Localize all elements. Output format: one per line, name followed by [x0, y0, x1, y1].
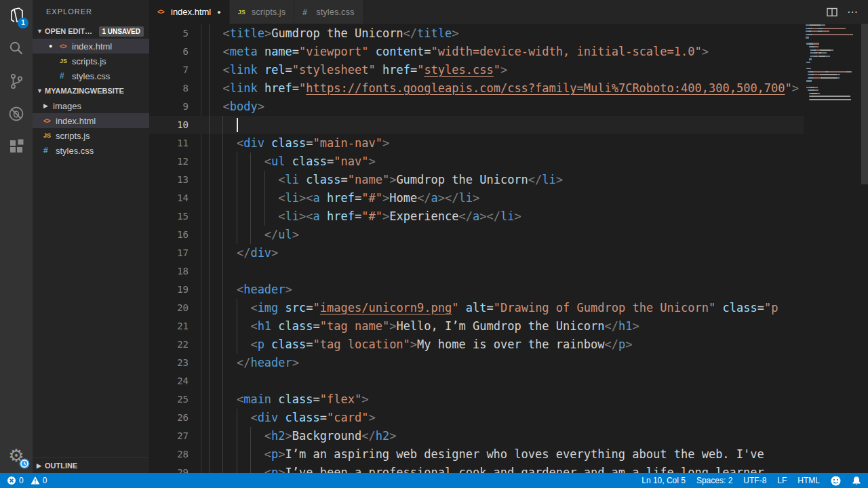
- tab-index.html[interactable]: <>index.html●: [149, 0, 229, 24]
- explorer-activity-button[interactable]: 1: [0, 0, 33, 33]
- code-token: =: [306, 338, 313, 351]
- status-ln-10-col-5[interactable]: Ln 10, Col 5: [642, 476, 686, 485]
- code-line-18[interactable]: 18: [149, 262, 804, 281]
- code-line-6[interactable]: 6<meta name="viewport" content="width=de…: [149, 43, 804, 61]
- code-line-26[interactable]: 26<div class="card">: [149, 409, 804, 427]
- minimap-token: [822, 30, 828, 32]
- status-spaces-2[interactable]: Spaces: 2: [696, 476, 732, 485]
- warning-count: 0: [43, 476, 47, 485]
- code-line-24[interactable]: 24: [149, 372, 804, 390]
- source-control-activity-button[interactable]: [0, 65, 33, 98]
- code-line-16[interactable]: 16</ul>: [149, 226, 804, 244]
- feedback-smiley-icon[interactable]: [831, 476, 841, 486]
- workspace-folder-header[interactable]: ▼ MYAMAZINGWEBSITE: [33, 83, 149, 98]
- file-scripts.js[interactable]: JSscripts.js: [33, 128, 149, 143]
- status-lf[interactable]: LF: [777, 476, 787, 485]
- file-styles.css[interactable]: #styles.css: [33, 143, 149, 158]
- code-line-11[interactable]: 11<div class="main-nav">: [149, 134, 804, 152]
- code-token: src: [278, 301, 306, 314]
- code-token: div: [243, 136, 264, 150]
- code-line-12[interactable]: 12<ul class="nav">: [149, 152, 804, 171]
- outline-section-header[interactable]: ▶ OUTLINE: [33, 458, 149, 473]
- tab-scripts.js[interactable]: JSscripts.js: [230, 0, 294, 24]
- indent-guide: [250, 464, 251, 473]
- line-content: <ul class="nav">: [209, 152, 804, 171]
- code-token: h1: [258, 319, 271, 333]
- code-line-10[interactable]: 10: [149, 116, 804, 134]
- code-token: rel: [258, 63, 285, 77]
- extensions-activity-button[interactable]: [0, 130, 33, 163]
- line-content: <link href="https://fonts.googleapis.com…: [209, 79, 804, 98]
- line-content: <img src="images/unicorn9.png" alt="Draw…: [209, 299, 804, 317]
- minimap[interactable]: [804, 24, 860, 102]
- code-line-13[interactable]: 13<li class="name">Gumdrop the Unicorn</…: [149, 171, 804, 189]
- indent-guide: [250, 171, 251, 189]
- code-token: class: [271, 319, 313, 333]
- code-token: h2: [271, 429, 285, 443]
- minimap-line: [806, 80, 860, 81]
- code-line-19[interactable]: 19<header>: [149, 281, 804, 299]
- code-token: >: [382, 136, 389, 150]
- code-token: >: [264, 26, 271, 40]
- code-line-8[interactable]: 8<link href="https://fonts.googleapis.co…: [149, 79, 804, 98]
- code-line-28[interactable]: 28<p>I’m an aspiring web designer who lo…: [149, 445, 804, 464]
- line-number: 25: [149, 390, 209, 409]
- code-editor[interactable]: 5<title>Gumdrop the Unicorn</title>6<met…: [149, 24, 868, 473]
- file-index.html[interactable]: <>index.html: [33, 113, 149, 128]
- open-editor-scripts.js[interactable]: JSscripts.js: [33, 54, 149, 68]
- css-file-icon: #: [302, 7, 316, 17]
- code-line-22[interactable]: 22<p class="tag location">My home is ove…: [149, 336, 804, 354]
- indent-guide: [222, 372, 223, 390]
- code-line-9[interactable]: 9<body>: [149, 98, 804, 116]
- code-token: <: [250, 319, 257, 333]
- status-utf-8[interactable]: UTF-8: [743, 476, 766, 485]
- settings-button[interactable]: ⚙: [0, 439, 33, 472]
- line-number: 20: [149, 299, 209, 317]
- code-token: Home: [389, 191, 417, 205]
- indent-guide: [209, 189, 210, 207]
- code-line-14[interactable]: 14<li><a href="#">Home</a></li>: [149, 189, 804, 207]
- open-editors-header[interactable]: ▼ OPEN EDITORS 1 UNSAVED: [33, 24, 149, 39]
- search-activity-button[interactable]: [0, 33, 33, 65]
- notifications-bell-icon[interactable]: [852, 476, 861, 486]
- code-token: >: [514, 209, 521, 223]
- open-editor-styles.css[interactable]: #styles.css: [33, 68, 149, 83]
- status-html[interactable]: HTML: [797, 476, 820, 485]
- code-line-25[interactable]: 25<main class="flex">: [149, 390, 804, 409]
- code-token: ": [785, 81, 792, 95]
- code-token: I’m an aspiring web designer who loves e…: [285, 447, 764, 461]
- scrollbar-thumb[interactable]: [861, 24, 868, 184]
- code-token: header: [250, 356, 292, 369]
- code-token: =: [285, 63, 292, 77]
- code-line-21[interactable]: 21<h1 class="tag name">Hello, I’m Gumdro…: [149, 317, 804, 336]
- code-token: "main-nav": [313, 136, 382, 150]
- code-token: link: [230, 63, 258, 77]
- code-token: Background: [292, 429, 361, 443]
- code-line-27[interactable]: 27<h2>Background</h2>: [149, 427, 804, 445]
- minimap-token: [810, 68, 811, 69]
- split-editor-icon[interactable]: [827, 7, 837, 18]
- debug-activity-button[interactable]: [0, 98, 33, 130]
- code-line-7[interactable]: 7<link rel="stylesheet" href="styles.css…: [149, 61, 804, 79]
- code-token: >: [625, 338, 632, 351]
- code-token: href: [320, 191, 355, 205]
- code-line-20[interactable]: 20<img src="images/unicorn9.png" alt="Dr…: [149, 299, 804, 317]
- code-line-15[interactable]: 15<li><a href="#">Experience</a></li>: [149, 207, 804, 226]
- open-editor-index.html[interactable]: ●<>index.html: [33, 39, 149, 54]
- indent-guide: [237, 207, 237, 226]
- indent-guide: [209, 98, 210, 116]
- code-line-17[interactable]: 17</div>: [149, 244, 804, 262]
- vertical-scrollbar[interactable]: [861, 24, 868, 473]
- code-line-23[interactable]: 23</header>: [149, 354, 804, 372]
- minimap-token: [828, 71, 846, 73]
- code-line-5[interactable]: 5<title>Gumdrop the Unicorn</title>: [149, 24, 804, 43]
- code-line-29[interactable]: 29<p>I’ve been a professional cook and g…: [149, 464, 804, 473]
- code-token: li: [285, 191, 299, 205]
- file-images[interactable]: ▶images: [33, 98, 149, 113]
- tab-styles.css[interactable]: #styles.css: [294, 0, 362, 24]
- modified-dot-icon[interactable]: ●: [217, 9, 220, 16]
- minimap-line: [806, 24, 860, 26]
- more-actions-icon[interactable]: ⋯: [847, 5, 859, 18]
- problems-indicator[interactable]: 0 0: [7, 476, 47, 485]
- file-label: scripts.js: [56, 131, 90, 141]
